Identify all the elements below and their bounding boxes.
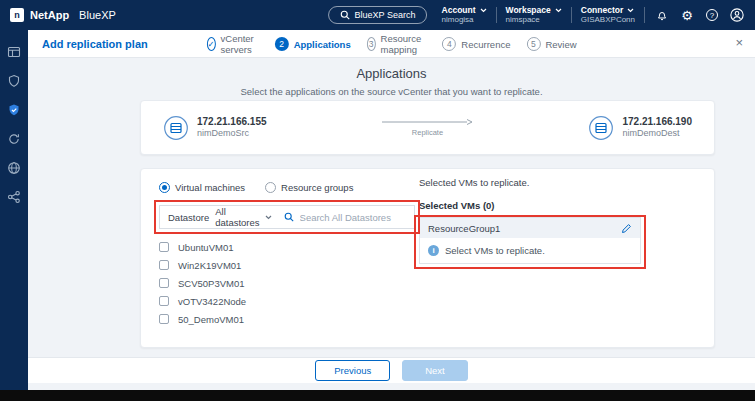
source-ip: 172.21.166.155 [197, 115, 267, 128]
chevron-down-icon [555, 8, 562, 13]
notifications-button[interactable] [654, 7, 670, 23]
info-icon: i [428, 245, 439, 256]
replication-summary-card: 172.21.166.155 nimDemoSrc Replicate 17 [140, 100, 715, 155]
bluexp-app-window: n NetApp BlueXP BlueXP Search Account ni… [0, 0, 755, 401]
vm-label: vOTV3422Node [178, 296, 246, 307]
applications-card: Virtual machines Resource groups Datasto… [140, 168, 715, 348]
vm-list: UbuntuVM01 Win2K19VM01 SCV50P3VM01 [159, 238, 421, 328]
sidebar-item-canvas[interactable] [4, 42, 24, 62]
user-menu-button[interactable] [729, 7, 745, 23]
sidebar-item-protection[interactable] [4, 100, 24, 120]
datastore-label: Datastore [168, 212, 209, 223]
step-review[interactable]: 5 Review [526, 37, 576, 51]
sidebar-item-governance[interactable] [4, 71, 24, 91]
sidebar-item-share[interactable] [4, 187, 24, 207]
vm-checkbox[interactable] [159, 278, 169, 288]
main-area: Add replication plan ✓ vCenter servers 2… [28, 30, 755, 390]
selected-vms-count: Selected VMs (0) [419, 200, 641, 211]
search-icon [340, 10, 350, 20]
wizard-title: Add replication plan [42, 38, 148, 50]
share-nodes-icon [7, 190, 21, 204]
workspace-label: Workspace [506, 5, 551, 16]
wizard-bar: Add replication plan ✓ vCenter servers 2… [28, 30, 755, 58]
header-right-cluster: Account nimogisa Workspace nimspace Conn… [442, 5, 745, 26]
radio-virtual-machines[interactable]: Virtual machines [159, 182, 245, 193]
sidebar-item-extensions[interactable] [4, 158, 24, 178]
vm-checkbox[interactable] [159, 260, 169, 270]
vm-checkbox[interactable] [159, 314, 169, 324]
radio-unselected-icon [265, 182, 276, 193]
replicate-arrow: Replicate [267, 118, 589, 137]
replicate-label: Replicate [412, 128, 443, 137]
wizard-footer: Previous Next [28, 357, 755, 383]
radio-resource-groups[interactable]: Resource groups [265, 182, 353, 193]
vm-list-row: 50_DemoVM01 [159, 310, 421, 328]
selected-vms-panel: Selected VMs to replicate. Selected VMs … [419, 177, 641, 264]
target-endpoint: 172.21.166.190 nimDemoDest [588, 115, 692, 141]
next-button[interactable]: Next [402, 360, 468, 381]
vm-list-row: UbuntuVM01 [159, 238, 421, 256]
datastore-filter-row: Datastore All datastores [159, 205, 415, 229]
vm-checkbox[interactable] [159, 242, 169, 252]
previous-button[interactable]: Previous [315, 360, 390, 381]
vm-checkbox[interactable] [159, 296, 169, 306]
sync-icon [7, 132, 21, 146]
target-ip: 172.21.166.190 [622, 115, 692, 128]
vm-selection-panel: Virtual machines Resource groups Datasto… [159, 179, 421, 328]
search-label: BlueXP Search [355, 10, 416, 20]
workspace-value: nimspace [506, 15, 562, 25]
empty-selection-hint: i Select VMs to replicate. [420, 238, 640, 263]
pencil-icon [621, 223, 632, 234]
brand: n NetApp BlueXP [10, 8, 116, 22]
chevron-down-icon [480, 8, 487, 13]
vm-list-row: vOTV3422Node [159, 292, 421, 310]
top-header: n NetApp BlueXP BlueXP Search Account ni… [0, 0, 755, 30]
vm-list-row: SCV50P3VM01 [159, 274, 421, 292]
radio-selected-icon [159, 182, 170, 193]
connector-menu[interactable]: Connector GISABXPConn [581, 5, 635, 26]
bottom-edge-bar [0, 390, 755, 401]
vcenter-server-icon [163, 115, 189, 141]
vm-label: SCV50P3VM01 [178, 278, 245, 289]
shield-check-icon [7, 103, 21, 117]
resource-group-box: ResourceGroup1 i Select VMs to replicate… [419, 217, 641, 264]
left-sidebar [0, 30, 28, 390]
vm-label: Win2K19VM01 [178, 260, 241, 271]
edit-group-button[interactable] [621, 223, 632, 234]
help-button[interactable]: ? [704, 7, 720, 23]
globe-icon [7, 161, 21, 175]
vm-list-row: Win2K19VM01 [159, 256, 421, 274]
step-applications[interactable]: 2 Applications [275, 37, 351, 51]
step-vcenter-servers[interactable]: ✓ vCenter servers [206, 33, 258, 55]
page-title: Applications [28, 66, 755, 81]
empty-hint-text: Select VMs to replicate. [445, 245, 545, 256]
connector-label: Connector [581, 5, 624, 16]
datastore-search-input[interactable] [300, 212, 408, 223]
datastore-select[interactable]: All datastores [215, 206, 271, 228]
source-type-radio-group: Virtual machines Resource groups [159, 179, 421, 195]
sidebar-item-mobility[interactable] [4, 129, 24, 149]
header-divider [644, 7, 645, 23]
step-check-icon: ✓ [206, 37, 215, 51]
source-name: nimDemoSrc [197, 128, 267, 140]
account-label: Account [442, 5, 476, 16]
gear-icon: ⚙ [681, 9, 693, 22]
vm-label: UbuntuVM01 [178, 242, 233, 253]
netapp-logo-icon: n [10, 8, 24, 22]
page-subtitle: Select the applications on the source vC… [28, 86, 755, 97]
step-recurrence[interactable]: 4 Recurrence [442, 37, 510, 51]
header-divider [496, 7, 497, 23]
bluexp-search-button[interactable]: BlueXP Search [328, 6, 428, 24]
close-icon[interactable]: × [735, 35, 743, 50]
workspace-menu[interactable]: Workspace nimspace [506, 5, 562, 26]
settings-button[interactable]: ⚙ [679, 7, 695, 23]
brand-name: NetApp [30, 9, 69, 21]
chevron-down-icon [265, 215, 272, 220]
selected-vms-heading: Selected VMs to replicate. [419, 177, 641, 188]
shield-icon [7, 74, 21, 88]
target-name: nimDemoDest [622, 128, 692, 140]
account-menu[interactable]: Account nimogisa [442, 5, 487, 26]
step-resource-mapping[interactable]: 3 Resource mapping [367, 33, 427, 55]
wizard-stepper: ✓ vCenter servers 2 Applications 3 Resou… [206, 30, 576, 58]
app-body: Add replication plan ✓ vCenter servers 2… [0, 30, 755, 390]
